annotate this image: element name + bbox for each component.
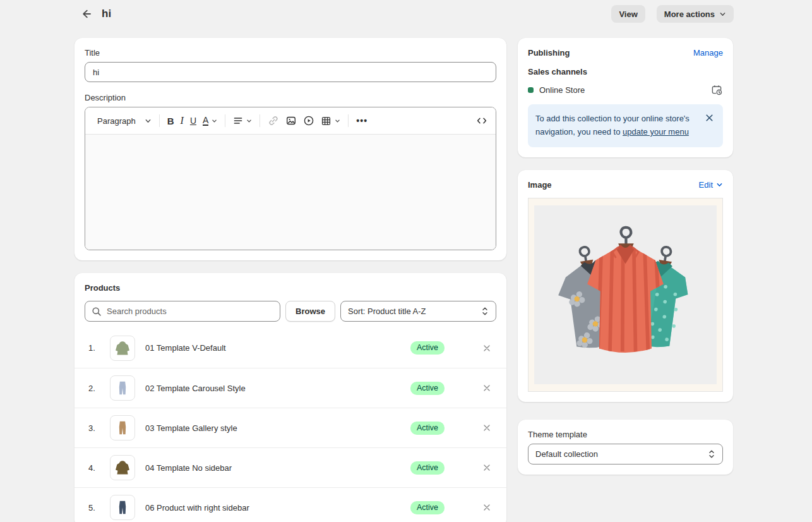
close-icon bbox=[482, 423, 491, 432]
collection-image bbox=[528, 198, 723, 392]
status-badge: Active bbox=[410, 422, 445, 435]
product-row: 5. 06 Product with right sidebar Active bbox=[75, 487, 506, 522]
theme-template-select[interactable]: Default collection bbox=[528, 444, 723, 464]
remove-product-button[interactable] bbox=[480, 381, 494, 395]
underline-button[interactable]: U bbox=[187, 113, 200, 128]
browse-button[interactable]: Browse bbox=[285, 301, 335, 322]
theme-template-card: Theme template Default collection bbox=[518, 420, 733, 475]
toolbar-divider bbox=[159, 114, 160, 127]
product-name[interactable]: 02 Template Carousel Style bbox=[145, 384, 400, 393]
products-title: Products bbox=[85, 283, 496, 293]
status-badge: Active bbox=[410, 501, 445, 514]
jeans-icon bbox=[114, 379, 131, 397]
theme-template-label: Theme template bbox=[528, 430, 723, 439]
product-row: 4. 04 Template No sidebar Active bbox=[75, 447, 506, 487]
insert-image-button[interactable] bbox=[282, 112, 300, 129]
product-index: 5. bbox=[88, 503, 100, 513]
info-banner: To add this collection to your online st… bbox=[528, 104, 723, 147]
hoodie-icon bbox=[114, 459, 131, 476]
sort-select[interactable]: Sort: Product title A-Z bbox=[340, 301, 496, 322]
editor-toolbar: Paragraph B I U A bbox=[85, 107, 496, 134]
page-header: hi View More actions bbox=[0, 0, 812, 28]
align-icon bbox=[233, 116, 243, 126]
product-name[interactable]: 06 Product with right sidebar bbox=[145, 503, 400, 513]
status-badge: Active bbox=[410, 341, 445, 355]
updown-chevron-icon bbox=[481, 307, 489, 316]
close-icon bbox=[482, 463, 491, 472]
paragraph-style-dropdown[interactable]: Paragraph bbox=[94, 114, 155, 128]
pants-icon bbox=[114, 419, 131, 437]
chevron-down-icon bbox=[719, 11, 726, 18]
more-actions-label: More actions bbox=[664, 9, 715, 19]
toolbar-divider bbox=[348, 114, 349, 127]
close-icon bbox=[705, 113, 714, 123]
sort-value: Sort: Product title A-Z bbox=[348, 307, 426, 316]
manage-link[interactable]: Manage bbox=[693, 48, 723, 58]
alignment-button[interactable] bbox=[230, 113, 255, 128]
search-icon bbox=[92, 307, 102, 317]
publishing-title: Publishing bbox=[528, 48, 570, 58]
schedule-calendar-icon bbox=[710, 83, 723, 96]
product-name[interactable]: 01 Template V-Default bbox=[145, 343, 400, 353]
status-badge: Active bbox=[410, 382, 445, 395]
update-menu-link[interactable]: update your menu bbox=[623, 127, 689, 137]
text-color-button[interactable]: A bbox=[200, 113, 220, 129]
product-search bbox=[85, 301, 280, 322]
channel-row: Online Store bbox=[528, 83, 723, 96]
image-card: Image Edit bbox=[518, 170, 733, 402]
product-thumbnail bbox=[110, 336, 135, 361]
bold-button[interactable]: B bbox=[164, 113, 177, 129]
close-icon bbox=[482, 344, 491, 353]
insert-video-button[interactable] bbox=[300, 112, 318, 129]
more-formatting-button[interactable]: ••• bbox=[353, 113, 371, 128]
details-card: Title Description Paragraph B I U bbox=[75, 38, 506, 260]
product-index: 3. bbox=[88, 423, 100, 433]
code-icon bbox=[476, 115, 487, 126]
chevron-down-icon bbox=[246, 118, 252, 124]
title-input[interactable] bbox=[85, 62, 496, 82]
italic-button[interactable]: I bbox=[177, 112, 187, 129]
product-index: 1. bbox=[88, 343, 100, 353]
product-index: 4. bbox=[88, 463, 100, 473]
updown-chevron-icon bbox=[708, 449, 715, 459]
remove-product-button[interactable] bbox=[480, 501, 494, 514]
product-name[interactable]: 04 Template No sidebar bbox=[145, 463, 400, 473]
product-list: 1. 01 Template V-Default Active bbox=[75, 328, 506, 522]
link-icon bbox=[268, 115, 279, 126]
product-thumbnail bbox=[110, 495, 135, 520]
product-row: 1. 01 Template V-Default Active bbox=[75, 328, 506, 368]
edit-image-button[interactable]: Edit bbox=[699, 180, 723, 190]
close-icon bbox=[482, 384, 491, 392]
shirts-illustration bbox=[534, 205, 717, 384]
jeans-icon bbox=[114, 499, 131, 516]
back-arrow-icon bbox=[80, 8, 92, 20]
product-row: 3. 03 Template Gallery style Active bbox=[75, 408, 506, 447]
remove-product-button[interactable] bbox=[480, 341, 494, 355]
play-circle-icon bbox=[303, 115, 314, 126]
product-index: 2. bbox=[88, 384, 100, 393]
search-products-input[interactable] bbox=[85, 301, 280, 322]
channel-name: Online Store bbox=[539, 85, 585, 95]
show-html-button[interactable] bbox=[473, 112, 491, 129]
chevron-down-icon bbox=[716, 181, 723, 188]
status-badge: Active bbox=[410, 461, 445, 475]
toolbar-divider bbox=[225, 114, 225, 127]
remove-product-button[interactable] bbox=[480, 421, 494, 435]
table-icon bbox=[321, 116, 331, 126]
product-name[interactable]: 03 Template Gallery style bbox=[145, 423, 400, 433]
remove-product-button[interactable] bbox=[480, 461, 494, 475]
table-button[interactable] bbox=[318, 113, 343, 129]
chevron-down-icon bbox=[145, 118, 152, 124]
description-editor-body[interactable] bbox=[85, 134, 496, 250]
link-button[interactable] bbox=[265, 112, 282, 129]
description-editor: Paragraph B I U A bbox=[85, 107, 496, 250]
banner-close-button[interactable] bbox=[703, 112, 715, 124]
chevron-down-icon bbox=[212, 118, 217, 124]
back-button[interactable] bbox=[78, 6, 93, 21]
image-icon bbox=[285, 115, 297, 126]
description-label: Description bbox=[85, 93, 496, 102]
more-actions-button[interactable]: More actions bbox=[657, 5, 734, 23]
view-button[interactable]: View bbox=[611, 5, 645, 23]
theme-template-value: Default collection bbox=[535, 449, 598, 459]
close-icon bbox=[482, 503, 491, 512]
